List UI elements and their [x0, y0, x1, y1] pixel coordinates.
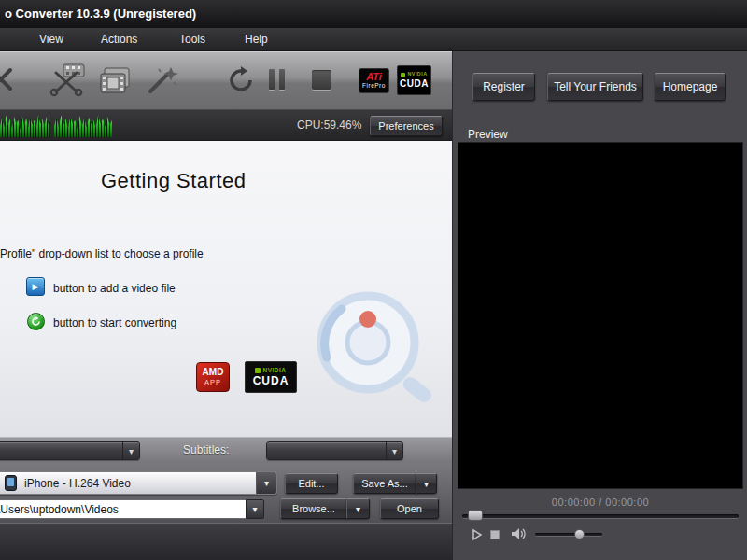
output-path-dropdown-arrow[interactable]: ▾ [246, 499, 264, 519]
nvidia-cuda-badge: NVIDIA CUDA [245, 361, 297, 393]
bottom-status-strip [0, 523, 452, 560]
menu-actions[interactable]: Actions [97, 28, 141, 51]
amd-product-text: APP [204, 379, 221, 386]
seek-slider[interactable] [462, 514, 739, 519]
tell-your-friends-button[interactable]: Tell Your Friends [547, 73, 643, 101]
step-profile-text: Profile" drop-down list to choose a prof… [0, 247, 204, 260]
menu-bar: View Actions Tools Help [0, 28, 747, 51]
audio-spectrum-left [0, 113, 50, 137]
ati-product-text: FirePro [362, 83, 386, 90]
save-as-dropdown-arrow[interactable]: ▾ [416, 473, 437, 494]
play-button[interactable] [471, 528, 484, 545]
pause-icon[interactable] [269, 69, 285, 93]
merge-film-icon[interactable] [97, 67, 133, 101]
amd-brand-text: AMD [203, 368, 224, 377]
cuda-product-text: CUDA [400, 79, 429, 89]
app-window: o Converter 10.3.9 (Unregistered) View A… [0, 0, 747, 560]
profile-combobox[interactable]: iPhone - H.264 Video ▾ [0, 471, 277, 495]
add-video-icon: ▶ [26, 277, 45, 296]
browse-dropdown-arrow[interactable]: ▾ [346, 498, 370, 519]
menu-tools[interactable]: Tools [176, 28, 209, 51]
getting-started-title: Getting Started [101, 169, 246, 193]
register-button[interactable]: Register [472, 73, 535, 101]
audio-spectrum-right [54, 113, 112, 137]
pause-bar [269, 69, 275, 90]
output-path-input[interactable] [0, 499, 247, 519]
stop-icon[interactable] [312, 70, 331, 90]
volume-slider[interactable] [535, 533, 602, 537]
title-bar: o Converter 10.3.9 (Unregistered) [0, 0, 747, 28]
menu-help[interactable]: Help [241, 28, 272, 51]
stop-playback-icon[interactable] [490, 530, 500, 539]
subtitles-row: ▾ Subtitles: ▾ [0, 437, 452, 463]
preferences-button[interactable]: Preferences [370, 116, 443, 136]
seek-slider-handle[interactable] [468, 510, 483, 521]
clipped-left-icon[interactable] [0, 67, 13, 95]
dropdown-arrow-icon: ▾ [122, 442, 139, 459]
volume-icon[interactable] [511, 527, 527, 544]
ati-brand-text: ATi [366, 72, 382, 82]
preview-label: Preview [468, 128, 508, 141]
step-convert-text: button to start converting [53, 316, 176, 329]
iphone-profile-icon [5, 475, 17, 491]
menu-view[interactable]: View [35, 28, 67, 51]
nvidia-logo-icon [401, 73, 405, 77]
output-controls-row: iPhone - H.264 Video ▾ Edit... Save As..… [0, 463, 452, 523]
nvidia-logo-icon [255, 368, 261, 373]
video-preview-screen [458, 142, 743, 489]
nvidia-brand-row: NVIDIA [401, 72, 427, 77]
volume-slider-handle[interactable] [574, 529, 585, 539]
effects-wand-icon[interactable] [146, 65, 179, 99]
toolbar: ATi FirePro NVIDIA CUDA [0, 51, 452, 110]
homepage-button[interactable]: Homepage [655, 73, 726, 101]
start-convert-icon [27, 313, 45, 330]
window-title: o Converter 10.3.9 (Unregistered) [5, 0, 196, 28]
dropdown-arrow-icon: ▾ [386, 442, 402, 459]
browse-button[interactable]: Browse... [280, 498, 347, 519]
edit-profile-button[interactable]: Edit... [285, 473, 338, 494]
subtitles-dropdown[interactable]: ▾ [266, 441, 403, 460]
dropdown-arrow-icon[interactable]: ▾ [256, 472, 276, 494]
clip-scissors-icon[interactable] [49, 62, 88, 101]
ati-firepro-badge: ATi FirePro [359, 68, 389, 93]
app-logo-watermark [304, 288, 444, 412]
open-folder-button[interactable]: Open [380, 498, 439, 519]
cpu-usage-label: CPU:59.46% [297, 119, 361, 132]
nvidia-brand-text: NVIDIA [407, 72, 427, 77]
nvidia-cuda-toolbar-badge: NVIDIA CUDA [397, 65, 431, 95]
amd-app-badge: AMD APP [196, 362, 230, 392]
preview-panel: Register Tell Your Friends Homepage Prev… [452, 51, 747, 560]
pause-bar [279, 69, 285, 90]
getting-started-panel: Getting Started Profile" drop-down list … [0, 141, 452, 437]
playback-time: 00:00:00 / 00:00:00 [458, 497, 743, 508]
convert-icon[interactable] [226, 65, 256, 99]
play-glyph: ▶ [33, 282, 39, 291]
cuda-product-text: CUDA [253, 375, 289, 386]
save-as-button[interactable]: Save As... [353, 473, 416, 494]
profile-value: iPhone - H.264 Video [24, 477, 131, 490]
nvidia-brand-text: NVIDIA [262, 368, 286, 374]
status-strip: CPU:59.46% Preferences [0, 110, 452, 141]
audio-track-dropdown[interactable]: ▾ [0, 441, 140, 460]
nvidia-brand-row: NVIDIA [255, 368, 286, 374]
subtitles-label: Subtitles: [183, 443, 229, 456]
step-add-text: button to add a video file [53, 282, 176, 295]
